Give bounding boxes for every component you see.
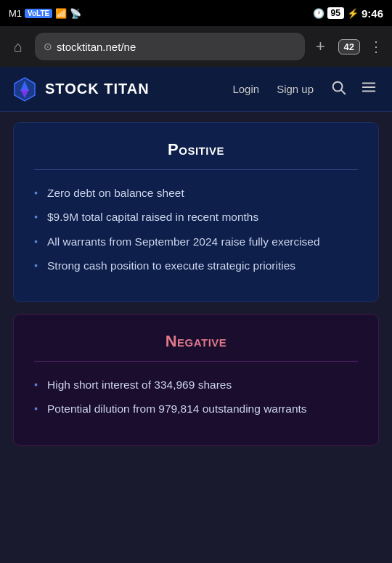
alarm-icon: 🕐 — [313, 8, 324, 19]
main-content: Positive Zero debt on balance sheet $9.9… — [0, 112, 392, 446]
negative-title: Negative — [34, 332, 358, 351]
negative-bullet-list: High short interest of 334,969 shares Po… — [34, 376, 358, 418]
svg-line-4 — [341, 90, 345, 94]
network-badge: VoLTE — [25, 9, 52, 18]
url-security-icon: ⊙ — [44, 41, 52, 52]
status-right: 🕐 95 ⚡ 9:46 — [313, 7, 383, 20]
browser-actions: + 42 ⋮ — [311, 37, 385, 56]
wifi-icon: 📡 — [70, 8, 81, 19]
browser-chrome: ⌂ ⊙ stocktitan.net/ne + 42 ⋮ — [0, 26, 392, 67]
status-bar: M1 VoLTE 📶 📡 🕐 95 ⚡ 9:46 — [0, 0, 392, 26]
home-icon: ⌂ — [14, 39, 23, 54]
list-item: Strong cash position to execute strategi… — [34, 257, 358, 274]
logo-text: STOCK TITAN — [45, 81, 150, 97]
positive-bullet-list: Zero debt on balance sheet $9.9M total c… — [34, 185, 358, 274]
tabs-count-badge[interactable]: 42 — [338, 39, 360, 54]
carrier-text: M1 — [9, 8, 22, 19]
add-tab-button[interactable]: + — [311, 37, 331, 56]
browser-home-button[interactable]: ⌂ — [7, 39, 29, 55]
browser-menu-button[interactable]: ⋮ — [367, 38, 385, 55]
nav-bar: STOCK TITAN Login Sign up — [0, 67, 392, 112]
login-link[interactable]: Login — [225, 78, 266, 100]
search-icon[interactable] — [327, 79, 350, 99]
nav-links: Login Sign up — [225, 78, 321, 100]
nav-logo: STOCK TITAN — [12, 76, 225, 102]
nav-icons — [327, 79, 380, 99]
url-text: stocktitan.net/ne — [57, 41, 296, 53]
signal-icon: 📶 — [55, 8, 67, 19]
battery-level: 95 — [327, 7, 344, 19]
positive-divider — [34, 169, 358, 170]
list-item: $9.9M total capital raised in recent mon… — [34, 208, 358, 225]
list-item: All warrants from September 2024 raise f… — [34, 233, 358, 250]
negative-divider — [34, 361, 358, 362]
negative-card: Negative High short interest of 334,969 … — [13, 314, 379, 446]
signup-link[interactable]: Sign up — [269, 78, 321, 100]
list-item: Potential dilution from 979,814 outstand… — [34, 400, 358, 417]
charging-icon: ⚡ — [347, 8, 359, 19]
logo-icon — [12, 76, 38, 102]
positive-title: Positive — [34, 140, 358, 159]
list-item: Zero debt on balance sheet — [34, 185, 358, 201]
list-item: High short interest of 334,969 shares — [34, 376, 358, 393]
hamburger-menu-icon[interactable] — [357, 79, 380, 99]
browser-url-bar[interactable]: ⊙ stocktitan.net/ne — [35, 33, 305, 60]
status-carrier: M1 VoLTE 📶 📡 — [9, 8, 81, 19]
positive-card: Positive Zero debt on balance sheet $9.9… — [13, 122, 379, 302]
time-display: 9:46 — [362, 7, 383, 20]
